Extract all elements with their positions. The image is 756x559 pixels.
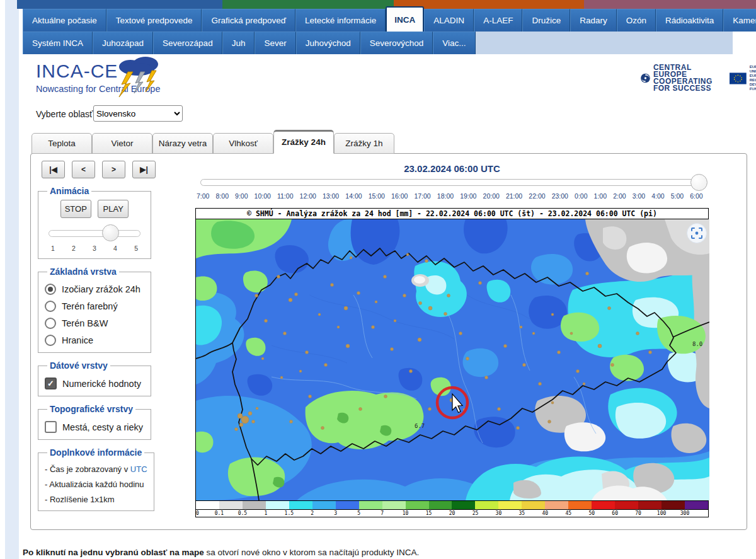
radio-hranice[interactable] <box>45 335 56 346</box>
nav-tab-kamery[interactable]: Kamery <box>723 9 756 32</box>
product-tab-zr-ky-1h[interactable]: Zrážky 1h <box>334 133 394 154</box>
time-label-0-00: 0:00 <box>575 192 587 200</box>
central-europe-swirl-icon <box>640 69 651 88</box>
timeline-slider-track[interactable] <box>200 179 704 186</box>
radio-option-izo-iary-zr-ok-24h[interactable]: Izočiary zrážok 24h <box>45 284 144 295</box>
radio-label-ter-n-farebn[interactable]: Terén farebný <box>62 301 118 311</box>
nav-tab-inca[interactable]: INCA <box>386 6 424 32</box>
precipitation-map-canvas[interactable]: 6.78.0 <box>196 219 709 500</box>
subnav-tab-severov-chod[interactable]: Severovýchod <box>360 32 433 54</box>
time-label-21-00: 21:00 <box>506 192 522 200</box>
time-label-6-00: 6:00 <box>690 192 702 200</box>
scale-value-3: 3 <box>334 510 337 516</box>
scale-segment-40 <box>545 501 568 509</box>
data-layer-options: ✓Numerické hodnoty <box>43 377 146 389</box>
station-value-label: 8.0 <box>692 341 702 347</box>
fullscreen-icon[interactable] <box>687 224 707 243</box>
time-label-20-00: 20:00 <box>483 192 500 200</box>
topo-layer-options: Mestá, cesty a rieky <box>43 421 146 433</box>
checkbox-mest-cesty-a-rieky[interactable] <box>45 421 57 433</box>
radio-label-hranice[interactable]: Hranice <box>62 335 93 345</box>
nav-tab-a-laef[interactable]: A-LAEF <box>474 9 522 32</box>
checkbox-option-numerick-hodnoty[interactable]: ✓Numerické hodnoty <box>45 377 144 389</box>
nav-tab-aladin[interactable]: ALADIN <box>424 9 474 32</box>
product-tab-vietor[interactable]: Vietor <box>92 133 152 154</box>
time-label-8-00: 8:00 <box>216 192 229 200</box>
subnav-tab-juh[interactable]: Juh <box>222 32 255 54</box>
banner-segment-blue[interactable] <box>17 0 222 9</box>
banner-segment-purple[interactable] <box>584 0 756 9</box>
time-label-13-00: 13:00 <box>323 192 339 200</box>
product-tab-vlhkos[interactable]: Vlhkosť <box>213 133 273 154</box>
scale-segment-0.5 <box>243 501 266 509</box>
nav-tab-aktu-lne-po-asie[interactable]: Aktuálne počasie <box>23 9 106 32</box>
radio-label-izo-iary-zr-ok-24h[interactable]: Izočiary zrážok 24h <box>62 284 140 294</box>
subnav-tab-juhov-chod[interactable]: Juhovýchod <box>296 32 360 54</box>
checkbox-numerick-hodnoty[interactable]: ✓ <box>45 377 57 389</box>
time-label-2-00: 2:00 <box>613 192 626 200</box>
checkbox-label-mest-cesty-a-rieky[interactable]: Mestá, cesty a rieky <box>62 422 143 432</box>
secondary-nav: Systém INCAJuhozápadSeverozápadJuhSeverJ… <box>23 32 733 54</box>
nav-tab-dru-ice[interactable]: Družice <box>522 9 570 32</box>
checkbox-option-mest-cesty-a-rieky[interactable]: Mestá, cesty a rieky <box>45 421 144 433</box>
next-frame-button[interactable]: > <box>102 161 125 178</box>
product-tab-n-razy-vetra[interactable]: Nárazy vetra <box>152 133 213 154</box>
time-label-23-00: 23:00 <box>552 192 568 200</box>
eu-text-line: EUROPEAN REGIONAL <box>750 74 756 83</box>
first-frame-button[interactable]: |◀ <box>42 161 65 178</box>
checkbox-label-numerick-hodnoty[interactable]: Numerické hodnoty <box>62 379 141 389</box>
nav-tab-grafick-predpove[interactable]: Grafická predpoveď <box>202 9 295 32</box>
animation-legend: Animácia <box>47 186 91 196</box>
subnav-tab-syst-m-inca[interactable]: Systém INCA <box>23 32 93 54</box>
scale-segment-50 <box>592 501 615 509</box>
animation-speed-slider[interactable] <box>46 224 143 242</box>
previous-frame-button[interactable]: < <box>72 161 95 178</box>
page-left-margin-strip <box>5 0 19 559</box>
topo-layers-legend: Topografické vrstvy <box>47 404 135 414</box>
subnav-tab-sever[interactable]: Sever <box>255 32 295 54</box>
region-select[interactable]: Slovensko <box>93 105 183 122</box>
scale-segment-10 <box>406 501 429 509</box>
radio-option-ter-n-b-w[interactable]: Terén B&W <box>45 318 144 329</box>
nav-tab-r-dioaktivita[interactable]: Rádioaktivita <box>656 9 723 32</box>
product-tab-teplota[interactable]: Teplota <box>32 133 92 154</box>
scale-segment-7 <box>382 501 406 509</box>
radio-option-ter-n-farebn[interactable]: Terén farebný <box>45 301 144 312</box>
nav-tab-radary[interactable]: Radary <box>570 9 617 32</box>
stop-button[interactable]: STOP <box>60 200 91 218</box>
radio-option-hranice[interactable]: Hranice <box>45 335 144 346</box>
radio-ter-n-b-w[interactable] <box>45 318 56 329</box>
animation-slider-handle[interactable] <box>102 224 119 241</box>
time-label-17-00: 17:00 <box>414 192 430 200</box>
time-label-5-00: 5:00 <box>671 192 684 200</box>
scale-value-1: 1 <box>264 510 267 516</box>
scale-value-50: 50 <box>588 510 595 516</box>
nav-tab-leteck-inform-cie[interactable]: Letecké informácie <box>295 9 386 32</box>
speed-tick-5: 5 <box>134 245 138 252</box>
subnav-tab-viac[interactable]: Viac... <box>433 32 475 54</box>
scale-value-300: 300 <box>680 510 689 516</box>
animation-slider-track[interactable] <box>49 230 140 237</box>
map-title: © SHMÚ - Analýza zrážok za 24 hod [mm] -… <box>196 209 708 219</box>
radio-ter-n-farebn[interactable] <box>45 301 56 312</box>
subnav-tab-severoz-pad[interactable]: Severozápad <box>153 32 222 54</box>
radio-label-ter-n-b-w[interactable]: Terén B&W <box>62 318 108 328</box>
product-tab-zr-ky-24h[interactable]: Zrážky 24h <box>273 130 334 154</box>
utc-link[interactable]: UTC <box>130 464 147 474</box>
last-frame-button[interactable]: ▶| <box>132 161 156 178</box>
product-tabs: TeplotaVietorNárazy vetraVlhkosťZrážky 2… <box>32 130 394 154</box>
subnav-tab-juhoz-pad[interactable]: Juhozápad <box>93 32 153 54</box>
time-label-4-00: 4:00 <box>651 192 664 200</box>
timeline-slider-handle[interactable] <box>690 174 707 191</box>
eu-flag-icon <box>730 71 747 86</box>
nav-tab-textov-predpovede[interactable]: Textové predpovede <box>106 9 202 32</box>
play-button[interactable]: PLAY <box>98 200 129 218</box>
banner-segment-green[interactable] <box>222 0 394 9</box>
info-lines: - Čas je zobrazovaný v UTC- Aktualizácia… <box>43 464 149 504</box>
nav-tab-oz-n[interactable]: Ozón <box>617 9 656 32</box>
time-label-14-00: 14:00 <box>345 192 362 200</box>
scale-value-0.1: 0.1 <box>215 510 224 516</box>
radio-izo-iary-zr-ok-24h[interactable] <box>45 284 56 295</box>
base-layer-options: Izočiary zrážok 24hTerén farebnýTerén B&… <box>43 284 146 346</box>
info-fieldset: Doplnkové informácie - Čas je zobrazovan… <box>38 447 154 511</box>
